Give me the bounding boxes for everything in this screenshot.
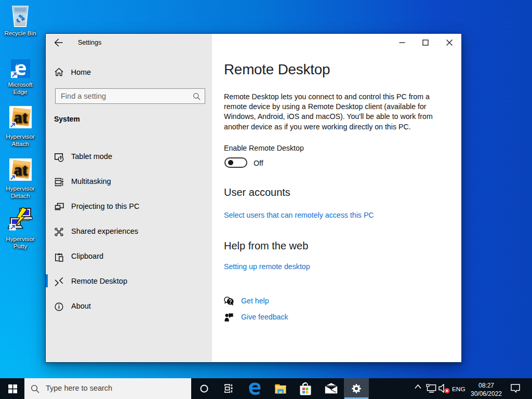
svg-text:at: at bbox=[14, 160, 28, 179]
svg-text:at: at bbox=[14, 108, 28, 126]
